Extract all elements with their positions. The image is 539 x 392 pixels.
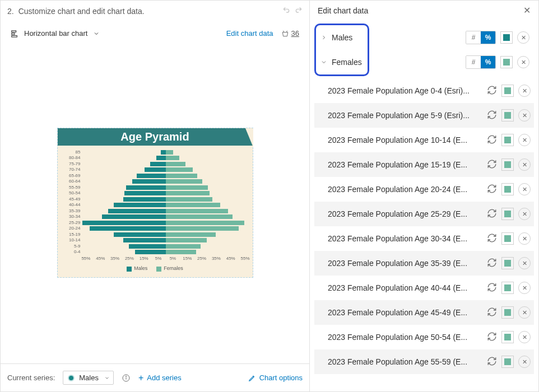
series-group-highlight: Males Females: [314, 24, 369, 76]
delete-item[interactable]: ✕: [518, 356, 531, 368]
data-item-row[interactable]: 2023 Female Population Age 45-49 (E...✕: [314, 300, 534, 325]
chart-legend: Males Females: [58, 261, 253, 277]
pyramid-row: 85: [61, 149, 249, 155]
group-name: Females: [332, 58, 363, 67]
data-item-row[interactable]: 2023 Female Population Age 40-44 (E...✕: [314, 276, 534, 300]
horizontal-bar-icon: [11, 30, 18, 38]
undo-icon[interactable]: [282, 6, 290, 16]
series-group-males[interactable]: Males: [317, 25, 366, 50]
chart-preview[interactable]: Age Pyramid 8580-8475-7970-7465-6960-645…: [57, 128, 253, 277]
number-percent-toggle-males[interactable]: #%: [466, 31, 496, 44]
refresh-icon[interactable]: [484, 159, 497, 171]
refresh-icon[interactable]: [484, 233, 497, 245]
item-color[interactable]: [501, 257, 514, 269]
delete-item[interactable]: ✕: [518, 134, 531, 146]
item-color[interactable]: [501, 306, 514, 319]
item-color[interactable]: [501, 232, 514, 245]
delete-item[interactable]: ✕: [518, 158, 531, 171]
age-label: 55-59: [61, 185, 82, 190]
info-icon[interactable]: [122, 374, 131, 382]
data-item-row[interactable]: 2023 Female Population Age 25-29 (E...✕: [314, 202, 534, 226]
delete-item[interactable]: ✕: [518, 85, 531, 97]
refresh-icon[interactable]: [484, 356, 497, 368]
data-item-label: 2023 Female Population Age 50-54 (E...: [318, 333, 484, 342]
refresh-icon[interactable]: [484, 258, 497, 269]
item-color[interactable]: [501, 282, 514, 294]
delete-item[interactable]: ✕: [518, 257, 531, 269]
delete-item[interactable]: ✕: [518, 331, 531, 343]
refresh-icon[interactable]: [484, 282, 497, 294]
refresh-icon[interactable]: [484, 110, 497, 122]
bar-females: [166, 209, 228, 213]
pyramid-row: 0-4: [61, 249, 249, 255]
refresh-icon[interactable]: [484, 85, 497, 97]
item-color[interactable]: [501, 208, 514, 220]
chevron-down-icon: [93, 30, 100, 37]
delete-item[interactable]: ✕: [518, 109, 531, 122]
data-item-row[interactable]: 2023 Female Population Age 20-24 (E...✕: [314, 177, 534, 202]
refresh-icon[interactable]: [484, 184, 497, 195]
axis-tick: 5%: [151, 256, 166, 261]
pyramid-row: 65-69: [61, 172, 249, 179]
item-color[interactable]: [501, 158, 514, 171]
data-item-row[interactable]: 2023 Female Population Age 35-39 (E...✕: [314, 251, 534, 276]
step-title: Customize chart and edit chart data.: [18, 7, 145, 16]
pyramid-row: 30-34: [61, 214, 249, 220]
bar-females: [166, 203, 221, 207]
item-color[interactable]: [501, 331, 514, 343]
delete-item[interactable]: ✕: [518, 306, 531, 319]
series-color-females[interactable]: [500, 56, 513, 68]
bar-females: [166, 232, 216, 237]
chart-type-selector[interactable]: Horizontal bar chart: [11, 29, 100, 38]
bar-females: [166, 156, 179, 160]
redo-icon[interactable]: [295, 6, 303, 16]
close-icon[interactable]: ✕: [523, 5, 531, 16]
series-color-males[interactable]: [500, 31, 513, 44]
data-item-row[interactable]: 2023 Female Population Age 15-19 (E...✕: [314, 152, 534, 177]
delete-series-males[interactable]: ✕: [517, 31, 529, 44]
add-series-button[interactable]: +Add series: [138, 374, 182, 382]
series-group-females[interactable]: Females: [317, 50, 366, 74]
delete-series-females[interactable]: ✕: [517, 56, 529, 68]
item-color[interactable]: [501, 109, 514, 122]
delete-item[interactable]: ✕: [518, 183, 531, 195]
bar-males: [132, 179, 166, 184]
data-item-row[interactable]: 2023 Female Population Age 10-14 (E...✕: [314, 128, 534, 152]
item-color[interactable]: [501, 134, 514, 146]
left-footer: Current series: Males +Add series Chart …: [1, 363, 309, 391]
current-series-selector[interactable]: Males: [63, 371, 114, 385]
current-series-label: Current series:: [7, 374, 55, 382]
chevron-down-icon: [104, 375, 110, 381]
refresh-icon[interactable]: [484, 307, 497, 319]
data-item-row[interactable]: 2023 Female Population Age 55-59 (E...✕: [314, 349, 534, 374]
data-item-row[interactable]: 2023 Female Population Age 50-54 (E...✕: [314, 325, 534, 349]
refresh-icon[interactable]: [484, 208, 497, 220]
basket-icon: [281, 30, 289, 38]
refresh-icon[interactable]: [484, 134, 497, 146]
chart-options-button[interactable]: Chart options: [248, 374, 303, 382]
data-item-row[interactable]: 2023 Female Population Age 30-34 (E...✕: [314, 226, 534, 251]
edit-chart-data-link[interactable]: Edit chart data: [226, 29, 273, 38]
age-label: 5-9: [61, 244, 82, 249]
axis-tick: 35%: [108, 256, 122, 261]
bar-females: [166, 174, 198, 178]
pyramid-row: 60-64: [61, 179, 249, 185]
bar-males: [135, 250, 165, 254]
item-color[interactable]: [501, 183, 514, 195]
refresh-icon[interactable]: [484, 332, 497, 343]
variable-count[interactable]: 36: [281, 29, 299, 38]
bar-females: [166, 238, 207, 242]
data-item-row[interactable]: 2023 Female Population Age 0-4 (Esri)...…: [314, 78, 534, 103]
delete-item[interactable]: ✕: [518, 208, 531, 220]
data-item-row[interactable]: 2023 Female Population Age 5-9 (Esri)...…: [314, 103, 534, 128]
age-label: 50-54: [61, 191, 82, 195]
pyramid-row: 10-14: [61, 237, 249, 244]
number-percent-toggle-females[interactable]: #%: [466, 55, 496, 69]
delete-item[interactable]: ✕: [518, 282, 531, 294]
bar-males: [124, 191, 165, 195]
bar-females: [166, 185, 208, 190]
chart-toolbar: Horizontal bar chart Edit chart data 36: [1, 25, 309, 42]
item-color[interactable]: [501, 85, 514, 97]
delete-item[interactable]: ✕: [518, 232, 531, 245]
item-color[interactable]: [501, 356, 514, 368]
